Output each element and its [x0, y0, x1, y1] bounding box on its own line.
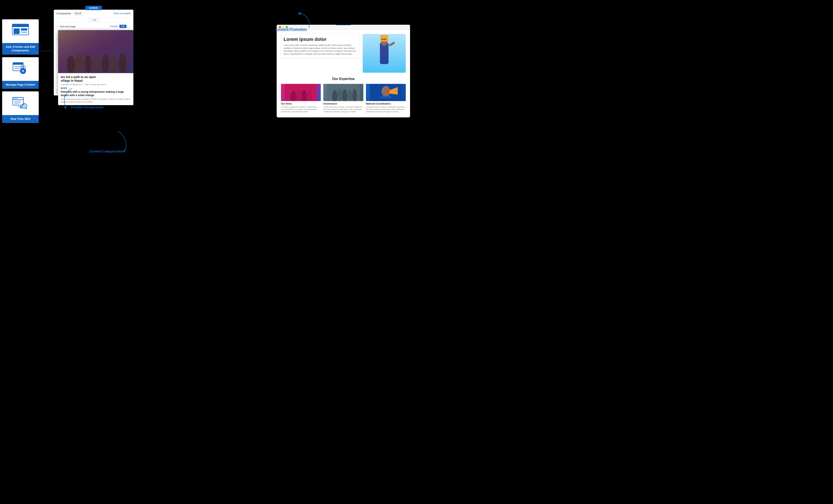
svg-rect-1 — [12, 24, 29, 27]
feature-card-manage-content: Manage Page Content — [2, 57, 39, 89]
news-hero-svg — [58, 30, 134, 73]
news-overlap-title: ien led a path to an open village in Nep… — [61, 75, 131, 82]
coordinators-img-svg — [366, 84, 406, 101]
svg-point-19 — [17, 98, 18, 99]
feature-card-add-preview: Add, Preview and Edit Components — [2, 19, 39, 55]
svg-point-38 — [110, 56, 118, 73]
expertise-card-title-governance: Governance — [323, 102, 363, 105]
svg-rect-2 — [14, 28, 20, 34]
svg-point-24 — [23, 104, 25, 107]
expertise-img-coordinators — [366, 84, 406, 101]
expertise-card-coordinators: National Coordinators Lorem ipsum dolor … — [366, 84, 406, 113]
content-promotion-arrow — [292, 11, 313, 32]
svg-rect-6 — [13, 62, 23, 65]
dots-button-1[interactable]: ⋮ — [128, 25, 131, 28]
user-panel: USER Lorem ipsum dolor Lorem ipsum dolor… — [277, 25, 410, 118]
hero-section: Lorem ipsum dolor Lorem ipsum dolor sit … — [281, 34, 406, 73]
drag-handle-1[interactable]: + — [56, 25, 58, 28]
news-overlap-subtitle: ien led a path to an open — [61, 75, 96, 79]
svg-point-17 — [14, 98, 15, 99]
expertise-card-story: Our Story The Water Supply and Sanitatio… — [281, 84, 321, 113]
show-row-weights-link[interactable]: Show row weights — [113, 12, 131, 15]
hero-image: mmh — [363, 34, 406, 73]
component-label-1: Text and image — [60, 25, 108, 28]
svg-point-18 — [15, 98, 16, 99]
news-story-teaser: n question of dignity and r... was 15 ye… — [61, 83, 131, 86]
content-categorization-arrow — [105, 129, 131, 153]
svg-point-37 — [102, 54, 109, 73]
admin-header: Components Edit all ⋮ Show row weights — [54, 10, 134, 18]
svg-rect-4 — [21, 31, 27, 33]
drag-handle-2[interactable]: + — [56, 38, 58, 41]
svg-point-59 — [387, 90, 389, 94]
expertise-card-governance: Governance Lorem ipsum dolor sit amet, c… — [323, 84, 363, 113]
svg-text:mmh: mmh — [381, 38, 386, 41]
hero-img-svg: mmh — [363, 34, 406, 73]
manage-content-icon — [12, 61, 29, 77]
manage-content-icon-area — [2, 57, 39, 81]
expertise-grid: Our Story The Water Supply and Sanitatio… — [281, 84, 406, 113]
hero-main-title: Lorem ipsum dolor — [284, 36, 357, 42]
expertise-card-text-story: The Water Supply and Sanitation Collabor… — [281, 106, 321, 113]
svg-point-34 — [76, 54, 84, 73]
news-overlap-text: ien led a path to an open village in Nep… — [58, 73, 134, 87]
more-options-icon[interactable]: ⋮ — [85, 11, 88, 16]
add-preview-label: Add, Preview and Edit Components — [2, 43, 39, 55]
svg-point-39 — [119, 54, 126, 73]
expertise-img-governance — [323, 84, 363, 101]
expertise-card-title-story: Our Story — [281, 102, 321, 105]
svg-marker-62 — [124, 149, 126, 152]
expertise-title: Our Expertise — [281, 77, 406, 81]
expertise-card-title-coordinators: National Coordinators — [366, 102, 406, 105]
user-badge: USER — [336, 25, 351, 25]
drag-handle-5[interactable]: + — [56, 77, 58, 80]
edit-all-button[interactable]: Edit all — [73, 11, 83, 15]
hero-body-text: Lorem ipsum dolor sit amet, consectetur … — [284, 44, 357, 55]
manage-content-label: Manage Page Content — [2, 81, 39, 89]
add-preview-icon — [12, 24, 29, 39]
user-panel-body: Lorem ipsum dolor Lorem ipsum dolor sit … — [277, 30, 410, 118]
add-preview-icon-area — [2, 19, 39, 43]
news-village-text: village in Nepal — [61, 79, 82, 82]
svg-point-35 — [85, 55, 92, 73]
svg-marker-61 — [65, 106, 67, 109]
flexible-components-arrow — [59, 86, 81, 110]
hero-text-block: Lorem ipsum dolor Lorem ipsum dolor sit … — [281, 34, 359, 58]
seo-icon-area — [2, 92, 39, 115]
preview-button-1[interactable]: Preview — [110, 25, 118, 27]
svg-rect-28 — [20, 106, 21, 108]
svg-point-36 — [93, 57, 101, 73]
seo-icon — [12, 96, 29, 111]
component-row-1: + Text and image Preview Edit ⋮ — [54, 23, 134, 30]
components-title: Components — [56, 12, 71, 15]
expertise-img-story — [281, 84, 321, 101]
add-row-1: + Add — [54, 18, 134, 23]
feature-card-seo: Real Time SEO — [2, 92, 39, 123]
governance-img-svg — [323, 84, 363, 101]
admin-badge: ADMIN — [85, 6, 102, 10]
seo-label: Real Time SEO — [2, 115, 39, 123]
svg-point-33 — [67, 56, 75, 73]
svg-rect-3 — [21, 28, 27, 30]
feature-cards-container: Add, Preview and Edit Components Manage … — [2, 19, 39, 123]
story-img-svg — [281, 84, 321, 101]
news-hero-image — [58, 30, 134, 73]
drag-handle-3[interactable]: + — [56, 51, 58, 54]
expertise-card-text-coordinators: Lorem ipsum dolor sit amet, consectetur … — [366, 106, 406, 113]
expertise-card-text-governance: Lorem ipsum dolor sit amet, consectetur … — [323, 106, 363, 113]
svg-rect-29 — [21, 106, 22, 108]
drag-handle-4[interactable]: + — [56, 64, 58, 67]
expertise-section: Our Expertise Our Story The Water Supply — [281, 77, 406, 113]
admin-header-left: Components Edit all ⋮ — [56, 11, 88, 16]
add-button-1[interactable]: + Add — [88, 19, 99, 22]
edit-button-1[interactable]: Edit — [119, 25, 126, 28]
